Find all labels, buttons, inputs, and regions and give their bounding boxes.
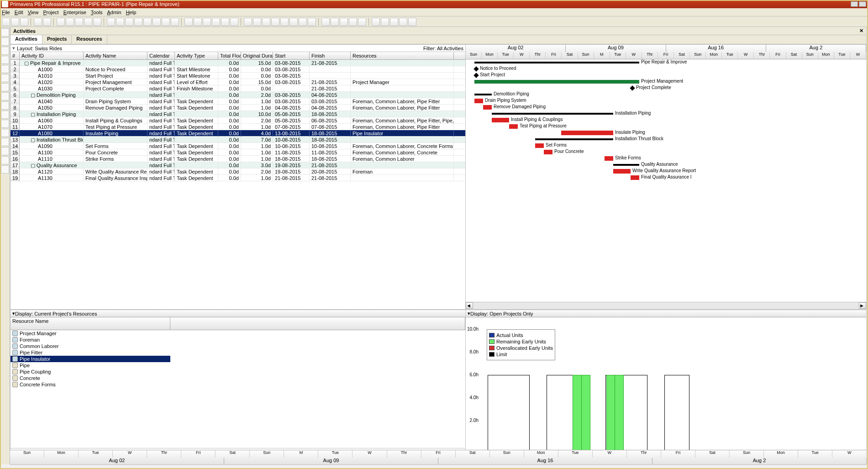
app-icon <box>2 1 8 7</box>
toolbar-button-19[interactable] <box>194 18 202 26</box>
maximize-button[interactable] <box>859 1 866 7</box>
menu-view[interactable]: View <box>28 10 39 15</box>
menu-file[interactable]: File <box>2 10 10 15</box>
toolbar-button-28[interactable] <box>280 18 289 26</box>
toolbar-button-41[interactable] <box>408 18 416 26</box>
toolbar-button-17[interactable] <box>171 18 179 26</box>
toolbar-button-37[interactable] <box>372 18 380 26</box>
toolbar-button-26[interactable] <box>262 18 270 26</box>
toolbar <box>0 16 868 27</box>
toolbar-button-36[interactable] <box>358 18 366 26</box>
toolbar-button-8[interactable] <box>84 18 92 26</box>
toolbar-button-29[interactable] <box>289 18 298 26</box>
toolbar-button-16[interactable] <box>162 18 170 26</box>
toolbar-button-22[interactable] <box>221 18 229 26</box>
toolbar-button-23[interactable] <box>230 18 238 26</box>
toolbar-button-38[interactable] <box>381 18 389 26</box>
menu-admin[interactable]: Admin <box>107 10 121 15</box>
toolbar-button-15[interactable] <box>153 18 161 26</box>
toolbar-button-32[interactable] <box>321 18 330 26</box>
menu-tools[interactable]: Tools <box>91 10 103 15</box>
menu-help[interactable]: Help <box>126 10 137 15</box>
toolbar-button-7[interactable] <box>75 18 83 26</box>
toolbar-button-14[interactable] <box>143 18 152 26</box>
toolbar-button-24[interactable] <box>244 18 252 26</box>
toolbar-button-39[interactable] <box>390 18 398 26</box>
toolbar-button-34[interactable] <box>340 18 348 26</box>
toolbar-button-6[interactable] <box>66 18 74 26</box>
menu-project[interactable]: Project <box>43 10 58 15</box>
toolbar-button-9[interactable] <box>93 18 101 26</box>
toolbar-button-27[interactable] <box>271 18 279 26</box>
toolbar-button-13[interactable] <box>134 18 142 26</box>
minimize-button[interactable] <box>851 1 858 7</box>
toolbar-button-0[interactable] <box>2 18 10 26</box>
toolbar-button-30[interactable] <box>299 18 307 26</box>
section-header: Activities ✕ <box>10 26 867 27</box>
toolbar-button-25[interactable] <box>253 18 261 26</box>
toolbar-button-2[interactable] <box>20 18 28 26</box>
toolbar-button-3[interactable] <box>34 18 42 26</box>
menu-bar: FileEditViewProjectEnterpriseToolsAdminH… <box>0 8 868 16</box>
menu-edit[interactable]: Edit <box>15 10 23 15</box>
toolbar-button-33[interactable] <box>331 18 339 26</box>
toolbar-button-35[interactable] <box>349 18 357 26</box>
window-title: Primavera P6 Professional R15.1 : PIPE R… <box>10 0 179 8</box>
toolbar-button-20[interactable] <box>203 18 211 26</box>
toolbar-button-5[interactable] <box>57 18 65 26</box>
toolbar-button-1[interactable] <box>11 18 19 26</box>
toolbar-button-31[interactable] <box>308 18 316 26</box>
toolbar-button-11[interactable] <box>116 18 124 26</box>
toolbar-button-21[interactable] <box>212 18 220 26</box>
toolbar-button-12[interactable] <box>125 18 133 26</box>
toolbar-button-40[interactable] <box>399 18 407 26</box>
toolbar-button-18[interactable] <box>184 18 193 26</box>
title-bar: Primavera P6 Professional R15.1 : PIPE R… <box>0 0 868 8</box>
toolbar-button-4[interactable] <box>43 18 51 26</box>
menu-enterprise[interactable]: Enterprise <box>63 10 86 15</box>
toolbar-button-10[interactable] <box>107 18 115 26</box>
